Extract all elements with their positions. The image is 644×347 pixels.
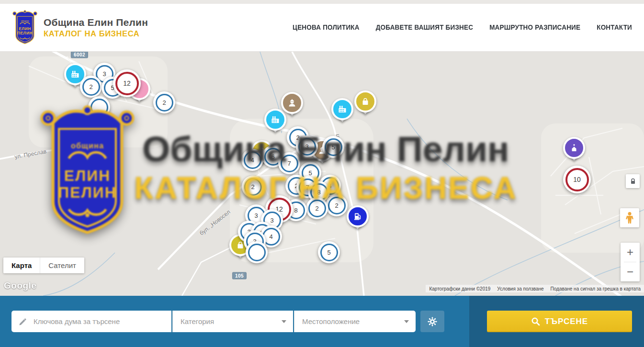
map-type-control: Карта Сателит xyxy=(3,257,84,273)
site-title: Община Елин Пелин xyxy=(44,17,148,28)
street-name-label: ул. Преслав xyxy=(14,148,47,160)
cluster-marker[interactable]: 2 xyxy=(80,76,102,98)
gear-icon xyxy=(427,316,438,327)
location-select-value: Местоположение xyxy=(302,317,404,325)
map-pin-worker-icon[interactable] xyxy=(281,92,303,114)
nav-link[interactable]: ДОБАВЕТЕ ВАШИЯТ БИЗНЕС xyxy=(376,23,473,31)
site-subtitle: КАТАЛОГ НА БИЗНЕСА xyxy=(44,29,148,38)
road-shield-label: 105 xyxy=(232,272,247,280)
advanced-settings-button[interactable] xyxy=(420,311,444,332)
search-bar: Категория Местоположение ТЪРСЕНЕ xyxy=(0,296,644,347)
chevron-down-icon xyxy=(282,320,286,323)
cluster-count: 2 xyxy=(328,197,346,214)
cluster-marker[interactable]: 2 xyxy=(326,194,348,216)
pencil-icon xyxy=(18,317,28,326)
pin-head xyxy=(563,137,585,159)
cluster-marker[interactable]: 7 xyxy=(278,152,300,174)
nav-link[interactable]: ЦЕНОВА ПОЛИТИКА xyxy=(293,23,360,31)
attribution-link[interactable]: Картографски данни ©2019 xyxy=(426,286,494,291)
pin-head xyxy=(331,98,353,120)
cluster-marker[interactable]: 2 xyxy=(242,176,264,198)
map-attribution: Картографски данни ©2019Условия за ползв… xyxy=(426,285,644,292)
zoom-in-button[interactable]: + xyxy=(621,243,640,262)
cluster-count xyxy=(248,244,266,261)
keyword-field-wrap xyxy=(11,311,171,332)
chevron-down-icon xyxy=(404,320,409,323)
zoom-out-button[interactable]: − xyxy=(621,262,640,281)
keyword-input[interactable] xyxy=(33,317,171,326)
attribution-link[interactable]: Подаване на сигнал за грешка в картата xyxy=(547,286,644,291)
nav-link[interactable]: МАРШРУТНО РАЗПИСАНИЕ xyxy=(489,23,580,31)
category-select-value: Категория xyxy=(181,317,282,325)
cluster-count: 3 xyxy=(298,138,316,156)
nav-link[interactable]: КОНТАКТИ xyxy=(597,23,632,31)
watermark-crest-icon: община ЕЛИН ПЕЛИН xyxy=(38,103,136,241)
map-type-map-button[interactable]: Карта xyxy=(3,257,40,273)
zoom-control: + − xyxy=(621,243,640,281)
map-pin-bag-icon[interactable] xyxy=(354,90,376,112)
street-name-label: бул. „Новосел xyxy=(198,209,232,237)
cluster-count: 5 xyxy=(320,244,338,261)
svg-text:ПЕЛИН: ПЕЛИН xyxy=(58,184,116,201)
cluster-marker[interactable] xyxy=(246,241,268,263)
cluster-marker[interactable]: 10 xyxy=(563,166,591,193)
municipality-crest-icon: община ЕЛИН ПЕЛИН xyxy=(12,10,38,46)
map-type-satellite-button[interactable]: Сателит xyxy=(40,257,84,273)
attribution-link[interactable]: Условия за ползване xyxy=(494,286,547,291)
pegman-button[interactable] xyxy=(620,208,639,227)
page-top-strip xyxy=(0,0,644,4)
main-nav: ЦЕНОВА ПОЛИТИКАДОБАВЕТЕ ВАШИЯТ БИЗНЕСМАР… xyxy=(293,24,632,31)
cluster-count: 2 xyxy=(82,78,100,96)
search-icon xyxy=(531,317,540,326)
street-view-lock-button[interactable] xyxy=(626,174,640,188)
cluster-marker[interactable]: 5 xyxy=(322,136,344,158)
cluster-count: 2 xyxy=(244,178,262,196)
pegman-icon xyxy=(624,212,635,224)
cluster-count: 5 xyxy=(325,138,342,156)
pin-head xyxy=(347,205,369,227)
cluster-marker[interactable] xyxy=(88,96,110,118)
cluster-marker[interactable]: 12 xyxy=(113,69,141,97)
google-logo[interactable]: Google xyxy=(4,280,36,291)
location-select[interactable]: Местоположение xyxy=(294,311,416,332)
cluster-count: 4 xyxy=(244,151,261,169)
site-header: община ЕЛИН ПЕЛИН Община Елин Пелин КАТА… xyxy=(0,4,644,52)
cluster-count: 12 xyxy=(115,72,139,95)
map-pin-factory-icon[interactable] xyxy=(331,98,353,120)
site-logo[interactable]: община ЕЛИН ПЕЛИН Община Елин Пелин КАТА… xyxy=(12,10,148,46)
cluster-marker[interactable]: 2 xyxy=(153,91,175,113)
cluster-count: 2 xyxy=(156,94,173,112)
search-button-label: ТЪРСЕНЕ xyxy=(545,317,588,326)
lock-icon xyxy=(630,178,636,185)
cluster-count xyxy=(90,99,108,116)
svg-text:ЕЛИН: ЕЛИН xyxy=(19,26,31,31)
cluster-count: 7 xyxy=(281,155,298,172)
cluster-marker[interactable]: 4 xyxy=(241,149,263,171)
svg-text:община: община xyxy=(21,20,29,22)
search-button[interactable]: ТЪРСЕНЕ xyxy=(487,311,632,332)
svg-text:община: община xyxy=(71,141,104,150)
cluster-marker[interactable]: 3 xyxy=(296,135,318,157)
cluster-marker[interactable]: 5 xyxy=(318,241,340,263)
cluster-count: 10 xyxy=(565,168,589,191)
pin-head xyxy=(281,92,303,114)
category-select[interactable]: Категория xyxy=(172,311,293,332)
google-map[interactable]: 6002105 ул. Преславбул. „Новоселции 3251… xyxy=(0,52,644,296)
cluster-marker[interactable]: 2 xyxy=(306,197,328,219)
svg-text:ПЕЛИН: ПЕЛИН xyxy=(17,31,33,35)
road-shield-label: 6002 xyxy=(71,52,88,58)
pin-head xyxy=(354,90,376,112)
map-pin-fuel-icon[interactable] xyxy=(347,205,369,227)
svg-text:ЕЛИН: ЕЛИН xyxy=(64,167,111,184)
map-pin-church-icon[interactable] xyxy=(563,137,585,159)
cluster-count: 2 xyxy=(308,200,326,217)
